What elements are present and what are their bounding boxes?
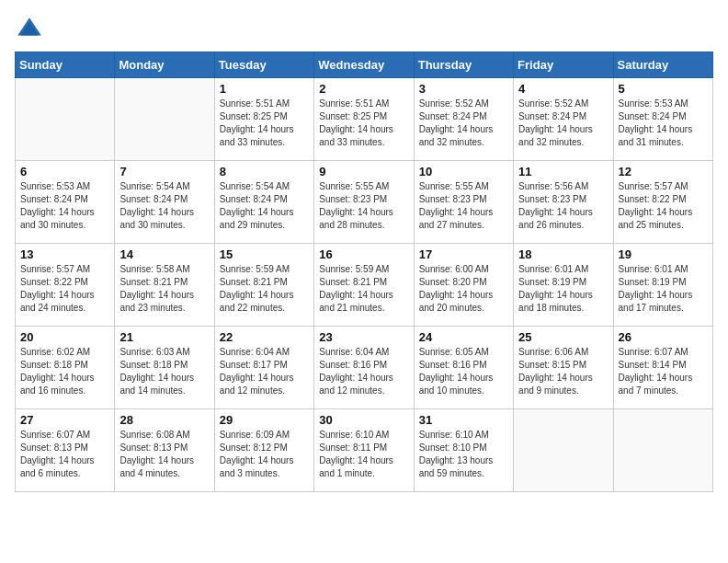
day-number: 10	[419, 165, 508, 178]
calendar-cell: 27Sunrise: 6:07 AM Sunset: 8:13 PM Dayli…	[16, 409, 115, 492]
logo-icon	[15, 15, 44, 44]
cell-content: Sunrise: 6:04 AM Sunset: 8:17 PM Dayligh…	[220, 346, 309, 397]
calendar-cell	[514, 409, 613, 492]
day-number: 22	[220, 330, 309, 344]
day-header-sunday: Sunday	[16, 52, 115, 78]
cell-content: Sunrise: 5:52 AM Sunset: 8:24 PM Dayligh…	[518, 98, 608, 149]
week-row-2: 6Sunrise: 5:53 AM Sunset: 8:24 PM Daylig…	[16, 161, 713, 244]
calendar-cell: 18Sunrise: 6:01 AM Sunset: 8:19 PM Dayli…	[514, 244, 613, 327]
day-number: 6	[20, 165, 109, 178]
cell-content: Sunrise: 5:59 AM Sunset: 8:21 PM Dayligh…	[220, 263, 309, 315]
calendar-cell: 5Sunrise: 5:53 AM Sunset: 8:24 PM Daylig…	[613, 78, 712, 161]
cell-content: Sunrise: 6:08 AM Sunset: 8:13 PM Dayligh…	[119, 429, 209, 480]
page-header	[15, 15, 713, 44]
cell-content: Sunrise: 5:57 AM Sunset: 8:22 PM Dayligh…	[20, 263, 109, 315]
day-number: 7	[119, 165, 209, 178]
cell-content: Sunrise: 5:52 AM Sunset: 8:24 PM Dayligh…	[419, 98, 508, 149]
day-number: 17	[419, 247, 508, 261]
cell-content: Sunrise: 6:04 AM Sunset: 8:16 PM Dayligh…	[319, 346, 408, 397]
calendar-cell: 17Sunrise: 6:00 AM Sunset: 8:20 PM Dayli…	[414, 244, 513, 327]
cell-content: Sunrise: 6:10 AM Sunset: 8:10 PM Dayligh…	[419, 429, 508, 480]
day-number: 28	[119, 413, 209, 427]
cell-content: Sunrise: 5:56 AM Sunset: 8:23 PM Dayligh…	[518, 180, 608, 232]
day-header-wednesday: Wednesday	[314, 52, 414, 78]
calendar-cell: 12Sunrise: 5:57 AM Sunset: 8:22 PM Dayli…	[613, 161, 712, 244]
day-number: 14	[119, 247, 209, 261]
day-number: 18	[518, 247, 608, 261]
day-number: 12	[619, 165, 708, 178]
day-number: 8	[220, 165, 309, 178]
cell-content: Sunrise: 5:54 AM Sunset: 8:24 PM Dayligh…	[119, 180, 209, 232]
cell-content: Sunrise: 6:00 AM Sunset: 8:20 PM Dayligh…	[419, 263, 508, 315]
day-number: 4	[518, 82, 608, 96]
calendar-cell: 26Sunrise: 6:07 AM Sunset: 8:14 PM Dayli…	[613, 327, 712, 409]
day-number: 23	[319, 330, 408, 344]
day-header-tuesday: Tuesday	[214, 52, 313, 78]
day-number: 15	[220, 247, 309, 261]
cell-content: Sunrise: 6:01 AM Sunset: 8:19 PM Dayligh…	[619, 263, 708, 315]
calendar-cell: 23Sunrise: 6:04 AM Sunset: 8:16 PM Dayli…	[314, 327, 414, 409]
week-row-4: 20Sunrise: 6:02 AM Sunset: 8:18 PM Dayli…	[16, 327, 713, 409]
cell-content: Sunrise: 5:55 AM Sunset: 8:23 PM Dayligh…	[319, 180, 408, 232]
day-number: 1	[220, 82, 309, 96]
week-row-1: 1Sunrise: 5:51 AM Sunset: 8:25 PM Daylig…	[16, 78, 713, 161]
calendar-cell: 30Sunrise: 6:10 AM Sunset: 8:11 PM Dayli…	[314, 409, 414, 492]
cell-content: Sunrise: 6:06 AM Sunset: 8:15 PM Dayligh…	[518, 346, 608, 397]
cell-content: Sunrise: 6:07 AM Sunset: 8:14 PM Dayligh…	[619, 346, 708, 397]
calendar-cell	[115, 78, 214, 161]
calendar-cell: 20Sunrise: 6:02 AM Sunset: 8:18 PM Dayli…	[16, 327, 115, 409]
days-header-row: SundayMondayTuesdayWednesdayThursdayFrid…	[16, 52, 713, 78]
day-number: 9	[319, 165, 408, 178]
calendar-cell: 13Sunrise: 5:57 AM Sunset: 8:22 PM Dayli…	[16, 244, 115, 327]
calendar-cell: 24Sunrise: 6:05 AM Sunset: 8:16 PM Dayli…	[414, 327, 513, 409]
day-number: 21	[119, 330, 209, 344]
calendar-cell: 19Sunrise: 6:01 AM Sunset: 8:19 PM Dayli…	[613, 244, 712, 327]
calendar-cell	[16, 78, 115, 161]
calendar-cell: 21Sunrise: 6:03 AM Sunset: 8:18 PM Dayli…	[115, 327, 214, 409]
calendar-cell: 31Sunrise: 6:10 AM Sunset: 8:10 PM Dayli…	[414, 409, 513, 492]
cell-content: Sunrise: 5:53 AM Sunset: 8:24 PM Dayligh…	[619, 98, 708, 149]
day-number: 24	[419, 330, 508, 344]
calendar-cell	[613, 409, 712, 492]
week-row-5: 27Sunrise: 6:07 AM Sunset: 8:13 PM Dayli…	[16, 409, 713, 492]
calendar-cell: 11Sunrise: 5:56 AM Sunset: 8:23 PM Dayli…	[514, 161, 613, 244]
day-number: 16	[319, 247, 408, 261]
cell-content: Sunrise: 6:01 AM Sunset: 8:19 PM Dayligh…	[518, 263, 608, 315]
day-number: 25	[518, 330, 608, 344]
calendar-cell: 14Sunrise: 5:58 AM Sunset: 8:21 PM Dayli…	[115, 244, 214, 327]
day-number: 29	[220, 413, 309, 427]
day-number: 11	[518, 165, 608, 178]
cell-content: Sunrise: 5:53 AM Sunset: 8:24 PM Dayligh…	[20, 180, 109, 232]
calendar-cell: 7Sunrise: 5:54 AM Sunset: 8:24 PM Daylig…	[115, 161, 214, 244]
day-number: 5	[619, 82, 708, 96]
day-number: 2	[319, 82, 408, 96]
calendar-cell: 1Sunrise: 5:51 AM Sunset: 8:25 PM Daylig…	[214, 78, 313, 161]
day-header-monday: Monday	[115, 52, 214, 78]
cell-content: Sunrise: 6:09 AM Sunset: 8:12 PM Dayligh…	[220, 429, 309, 480]
calendar-cell: 28Sunrise: 6:08 AM Sunset: 8:13 PM Dayli…	[115, 409, 214, 492]
calendar-cell: 29Sunrise: 6:09 AM Sunset: 8:12 PM Dayli…	[214, 409, 313, 492]
day-number: 30	[319, 413, 408, 427]
cell-content: Sunrise: 5:58 AM Sunset: 8:21 PM Dayligh…	[119, 263, 209, 315]
day-header-friday: Friday	[514, 52, 613, 78]
day-number: 26	[619, 330, 708, 344]
calendar-cell: 22Sunrise: 6:04 AM Sunset: 8:17 PM Dayli…	[214, 327, 313, 409]
calendar-cell: 8Sunrise: 5:54 AM Sunset: 8:24 PM Daylig…	[214, 161, 313, 244]
cell-content: Sunrise: 5:51 AM Sunset: 8:25 PM Dayligh…	[319, 98, 408, 149]
cell-content: Sunrise: 6:03 AM Sunset: 8:18 PM Dayligh…	[119, 346, 209, 397]
calendar-cell: 9Sunrise: 5:55 AM Sunset: 8:23 PM Daylig…	[314, 161, 414, 244]
day-number: 20	[20, 330, 109, 344]
cell-content: Sunrise: 6:07 AM Sunset: 8:13 PM Dayligh…	[20, 429, 109, 480]
calendar-cell: 4Sunrise: 5:52 AM Sunset: 8:24 PM Daylig…	[514, 78, 613, 161]
day-header-saturday: Saturday	[613, 52, 712, 78]
calendar-cell: 15Sunrise: 5:59 AM Sunset: 8:21 PM Dayli…	[214, 244, 313, 327]
cell-content: Sunrise: 5:55 AM Sunset: 8:23 PM Dayligh…	[419, 180, 508, 232]
day-number: 13	[20, 247, 109, 261]
cell-content: Sunrise: 6:02 AM Sunset: 8:18 PM Dayligh…	[20, 346, 109, 397]
calendar-cell: 2Sunrise: 5:51 AM Sunset: 8:25 PM Daylig…	[314, 78, 414, 161]
cell-content: Sunrise: 6:10 AM Sunset: 8:11 PM Dayligh…	[319, 429, 408, 480]
cell-content: Sunrise: 5:57 AM Sunset: 8:22 PM Dayligh…	[619, 180, 708, 232]
day-header-thursday: Thursday	[414, 52, 513, 78]
calendar-cell: 10Sunrise: 5:55 AM Sunset: 8:23 PM Dayli…	[414, 161, 513, 244]
cell-content: Sunrise: 5:59 AM Sunset: 8:21 PM Dayligh…	[319, 263, 408, 315]
